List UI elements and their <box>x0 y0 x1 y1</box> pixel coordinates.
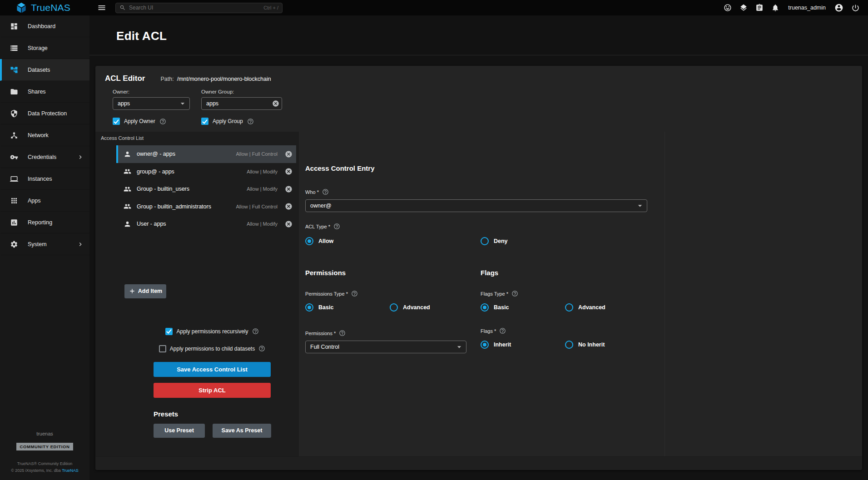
radio-label: Allow <box>318 238 333 244</box>
radio-circle <box>305 303 313 312</box>
save-access-control-list-button[interactable]: Save Access Control List <box>154 362 271 377</box>
child-datasets-checkbox-row: Apply permissions to child datasets <box>139 345 285 353</box>
sidebar-item-apps[interactable]: Apps <box>0 190 89 212</box>
user-avatar-icon[interactable] <box>834 3 843 12</box>
apply-recursively-checkbox[interactable] <box>165 328 173 335</box>
remove-entry-icon[interactable] <box>285 150 293 158</box>
sidebar-item-data-protection[interactable]: Data Protection <box>0 103 89 124</box>
apply-to-child-datasets-label: Apply permissions to child datasets <box>170 346 255 352</box>
remove-entry-icon[interactable] <box>285 220 293 228</box>
flags-section-heading: Flags <box>481 269 862 277</box>
global-search[interactable]: Ctrl + / <box>115 3 283 13</box>
help-icon[interactable] <box>258 345 265 352</box>
sidebar-item-dashboard[interactable]: Dashboard <box>0 15 89 37</box>
radio-label: Advanced <box>578 304 605 311</box>
permissions-type-label-text: Permissions Type * <box>305 291 348 297</box>
radio-flags-basic[interactable]: Basic <box>481 303 565 312</box>
presets-heading: Presets <box>154 410 285 418</box>
key-icon <box>10 153 18 161</box>
help-icon[interactable] <box>351 290 358 297</box>
brand-name: TrueNAS <box>31 2 70 13</box>
use-preset-button[interactable]: Use Preset <box>154 424 205 438</box>
radio-allow[interactable]: Allow <box>305 237 481 245</box>
radio-permissions-advanced[interactable]: Advanced <box>390 303 430 312</box>
radio-deny[interactable]: Deny <box>481 237 862 245</box>
path-label: Path: <box>160 76 174 82</box>
access-control-entry-pane: Access Control Entry Who * owner@ ACL Ty… <box>299 132 862 456</box>
apply-to-child-datasets-checkbox[interactable] <box>159 345 166 352</box>
owner-group-input[interactable] <box>201 97 282 110</box>
sidebar-item-storage[interactable]: Storage <box>0 37 89 59</box>
sidebar-item-datasets[interactable]: Datasets <box>0 59 89 81</box>
sidebar-item-shares[interactable]: Shares <box>0 81 89 103</box>
help-icon[interactable] <box>511 290 518 297</box>
acl-editor-heading: ACL Editor <box>105 74 145 83</box>
remove-entry-icon[interactable] <box>285 185 293 193</box>
sidebar-item-system[interactable]: System <box>0 233 89 255</box>
save-as-preset-button[interactable]: Save As Preset <box>213 424 271 438</box>
help-icon[interactable] <box>252 328 259 335</box>
shield-icon <box>10 109 18 118</box>
notifications-bell-icon[interactable] <box>771 4 779 12</box>
sidebar-item-network[interactable]: Network <box>0 124 89 146</box>
acl-entry-permissions: Allow | Full Control <box>236 204 278 209</box>
help-icon[interactable] <box>322 188 329 195</box>
acl-entry-row-owner[interactable]: owner@ - apps Allow | Full Control <box>116 145 296 163</box>
strip-acl-button[interactable]: Strip ACL <box>154 383 271 398</box>
owner-group-value[interactable] <box>206 100 272 107</box>
chevron-right-icon <box>77 241 84 248</box>
tasks-clipboard-icon[interactable] <box>755 4 764 12</box>
help-icon[interactable] <box>339 330 346 336</box>
sidebar-item-instances[interactable]: Instances <box>0 168 89 190</box>
owner-group-label: Owner Group: <box>201 89 862 94</box>
sidebar-item-credentials[interactable]: Credentials <box>0 146 89 168</box>
jobs-layers-icon[interactable] <box>739 4 748 12</box>
flags-label-text: Flags * <box>481 328 496 334</box>
apply-recursively-label: Apply permissions recursively <box>176 328 248 335</box>
permissions-select[interactable]: Full Control <box>305 341 466 353</box>
remove-entry-icon[interactable] <box>285 203 293 210</box>
sidebar: Dashboard Storage Datasets Shares Data P… <box>0 15 89 480</box>
radio-permissions-basic[interactable]: Basic <box>305 303 390 312</box>
radio-flags-advanced[interactable]: Advanced <box>565 303 605 312</box>
help-icon[interactable] <box>159 118 166 125</box>
remove-entry-icon[interactable] <box>285 168 293 175</box>
radio-label: Advanced <box>403 304 430 311</box>
feedback-icon[interactable] <box>724 4 732 12</box>
topbar: TrueNAS Ctrl + / truenas_admin <box>0 0 868 15</box>
radio-circle <box>565 341 573 349</box>
title-divider <box>89 55 868 55</box>
acl-entry-row-builtin-users[interactable]: Group - builtin_users Allow | Modify <box>116 180 296 198</box>
help-icon[interactable] <box>247 118 254 125</box>
who-label-text: Who * <box>305 189 319 195</box>
acl-entry-row-builtin-administrators[interactable]: Group - builtin_administrators Allow | F… <box>116 198 296 216</box>
acl-entry-row-group[interactable]: group@ - apps Allow | Modify <box>116 163 296 181</box>
truenas-logo[interactable]: TrueNAS <box>0 2 89 13</box>
radio-inherit[interactable]: Inherit <box>481 341 565 349</box>
radio-no-inherit[interactable]: No Inherit <box>565 341 605 349</box>
owner-select[interactable]: apps <box>113 97 190 110</box>
flags-field-label: Flags * <box>481 327 862 334</box>
apply-owner-checkbox[interactable] <box>113 118 120 125</box>
help-icon[interactable] <box>499 327 506 334</box>
acl-entry-row-user-apps[interactable]: User - apps Allow | Modify <box>116 215 296 233</box>
power-icon[interactable] <box>851 4 860 12</box>
clear-owner-group-icon[interactable] <box>272 100 279 107</box>
add-item-label: Add Item <box>138 288 162 294</box>
hamburger-menu-icon[interactable] <box>97 3 106 12</box>
sidebar-item-reporting[interactable]: Reporting <box>0 212 89 233</box>
add-item-button[interactable]: Add Item <box>124 284 166 298</box>
acl-type-label-text: ACL Type * <box>305 224 330 229</box>
apply-group-checkbox[interactable] <box>201 118 208 125</box>
search-input[interactable] <box>129 5 260 11</box>
datasets-tree-icon <box>10 66 18 74</box>
permissions-value: Full Control <box>310 344 455 350</box>
who-select[interactable]: owner@ <box>305 199 647 212</box>
radio-label: Inherit <box>494 341 511 348</box>
footer-brand-link[interactable]: TrueNAS <box>62 468 79 473</box>
network-hub-icon <box>10 131 18 139</box>
sidebar-item-label: Storage <box>28 45 48 51</box>
sidebar-item-label: Dashboard <box>28 23 55 30</box>
sidebar-item-label: Apps <box>28 198 41 204</box>
help-icon[interactable] <box>333 223 340 230</box>
